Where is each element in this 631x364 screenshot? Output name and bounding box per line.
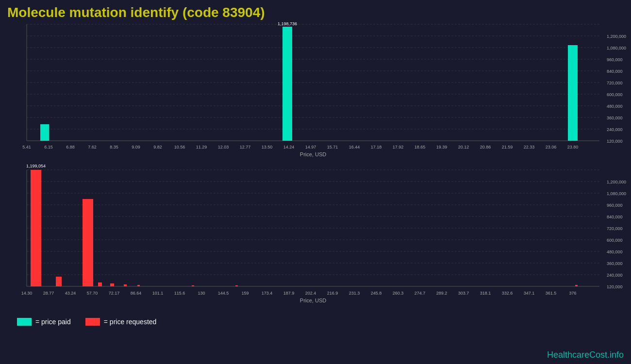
svg-rect-66 [31,170,41,286]
requested-color-box [85,318,100,326]
svg-text:480,000: 480,000 [607,249,623,254]
svg-text:28.77: 28.77 [43,291,54,296]
svg-text:43.24: 43.24 [65,291,76,296]
svg-rect-73 [137,285,140,286]
svg-text:101.1: 101.1 [152,291,164,296]
svg-rect-68 [56,277,62,286]
svg-text:332.6: 332.6 [502,291,513,296]
svg-rect-71 [110,283,114,286]
svg-rect-76 [575,285,578,286]
svg-text:14.97: 14.97 [305,145,316,149]
svg-text:16.44: 16.44 [349,145,360,149]
svg-text:12.77: 12.77 [240,145,251,149]
svg-text:23.80: 23.80 [567,145,579,149]
svg-text:17.18: 17.18 [371,145,382,149]
svg-text:231.3: 231.3 [349,291,360,296]
svg-rect-74 [192,285,194,286]
svg-text:9.09: 9.09 [132,145,140,149]
svg-text:720,000: 720,000 [607,81,623,85]
svg-text:159: 159 [241,291,249,296]
svg-text:173.4: 173.4 [262,291,273,296]
svg-text:960,000: 960,000 [607,203,623,208]
svg-text:20.86: 20.86 [480,145,491,149]
svg-text:1,080,000: 1,080,000 [607,191,626,196]
svg-text:6.88: 6.88 [66,145,75,149]
svg-text:303.7: 303.7 [458,291,469,296]
svg-rect-75 [235,285,238,286]
svg-text:1,200,000: 1,200,000 [607,180,626,184]
svg-text:289.2: 289.2 [436,291,448,296]
svg-text:8.35: 8.35 [110,145,118,149]
svg-text:11.29: 11.29 [196,145,207,149]
svg-text:72.17: 72.17 [109,291,120,296]
svg-text:318.1: 318.1 [480,291,491,296]
svg-text:245.8: 245.8 [371,291,382,296]
svg-rect-15 [568,45,578,141]
svg-text:9.82: 9.82 [153,145,162,149]
legend-paid: = price paid [17,318,71,326]
svg-text:240,000: 240,000 [607,273,623,278]
svg-rect-70 [98,282,102,286]
svg-rect-12 [40,124,49,141]
svg-text:216.9: 216.9 [327,291,338,296]
svg-text:115.6: 115.6 [174,291,185,296]
svg-text:14.24: 14.24 [283,145,295,149]
svg-text:1,200,000: 1,200,000 [607,34,626,39]
svg-text:274.7: 274.7 [415,291,426,296]
svg-text:12.03: 12.03 [218,145,229,149]
svg-rect-69 [83,199,93,286]
svg-text:480,000: 480,000 [607,104,623,109]
svg-text:144.5: 144.5 [218,291,229,296]
svg-text:15.71: 15.71 [327,145,338,149]
svg-text:21.59: 21.59 [502,145,513,149]
svg-text:Price, USD: Price, USD [300,151,326,157]
svg-text:360,000: 360,000 [607,116,623,120]
svg-text:130: 130 [198,291,205,296]
svg-text:187.9: 187.9 [283,291,295,296]
svg-text:361.5: 361.5 [546,291,557,296]
svg-text:23.06: 23.06 [546,145,557,149]
svg-text:960,000: 960,000 [607,57,623,62]
svg-rect-13 [282,27,292,141]
svg-text:600,000: 600,000 [607,92,623,97]
svg-text:13.50: 13.50 [262,145,273,149]
svg-text:14.30: 14.30 [21,291,33,296]
svg-rect-72 [124,284,127,286]
svg-text:19.39: 19.39 [436,145,448,149]
svg-text:840,000: 840,000 [607,215,623,219]
svg-text:1,198,736: 1,198,736 [278,21,297,26]
svg-text:1,199,054: 1,199,054 [26,164,46,168]
svg-text:840,000: 840,000 [607,69,623,74]
bottom-chart-svg: 1,199,054 120,000 240,000 360,000 480,00… [27,170,624,291]
requested-price-label: = price requested [104,318,157,326]
svg-text:Price, USD: Price, USD [300,298,326,303]
svg-text:347.1: 347.1 [524,291,535,296]
top-chart-svg: 1,198,736 120,000 240,000 360,000 480,00… [27,24,624,141]
paid-color-box [17,318,32,326]
page-title: Molecule mutation identify (code 83904) [7,5,624,20]
svg-text:202.4: 202.4 [305,291,316,296]
svg-text:720,000: 720,000 [607,226,623,231]
svg-text:260.3: 260.3 [393,291,404,296]
svg-text:600,000: 600,000 [607,238,623,243]
svg-text:86.64: 86.64 [131,291,142,296]
svg-text:7.62: 7.62 [88,145,97,149]
paid-label: = price paid [35,318,71,326]
svg-text:360,000: 360,000 [607,261,623,266]
svg-text:376: 376 [569,291,576,296]
svg-text:17.92: 17.92 [393,145,404,149]
svg-text:5.41: 5.41 [22,145,31,149]
svg-text:1,080,000: 1,080,000 [607,46,626,50]
brand-label: HealthcareCost.info [547,350,624,360]
svg-text:20.12: 20.12 [458,145,469,149]
svg-text:240,000: 240,000 [607,127,623,132]
svg-text:120,000: 120,000 [607,284,623,289]
svg-text:18.65: 18.65 [415,145,426,149]
legend-requested: = price requested [85,318,157,326]
svg-text:10.56: 10.56 [174,145,185,149]
svg-text:120,000: 120,000 [607,139,623,144]
svg-text:6.15: 6.15 [44,145,53,149]
svg-text:22.33: 22.33 [524,145,535,149]
svg-text:57.70: 57.70 [87,291,98,296]
